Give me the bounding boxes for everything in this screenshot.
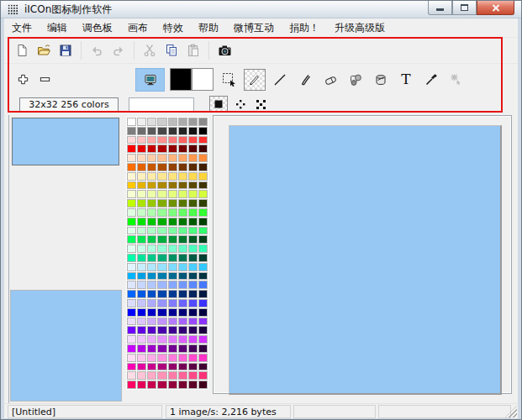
palette-swatch[interactable] [188,199,198,207]
palette-swatch[interactable] [168,235,177,244]
palette-swatch[interactable] [147,208,156,217]
shapes-tool[interactable] [345,69,366,91]
palette-swatch[interactable] [147,344,156,353]
palette-swatch[interactable] [127,308,136,317]
palette-swatch[interactable] [137,163,146,171]
palette-swatch[interactable] [127,371,136,380]
open-button[interactable] [33,39,55,61]
palette-swatch[interactable] [147,235,156,244]
palette-swatch[interactable] [137,244,146,253]
zoom-out-button[interactable] [38,69,51,91]
palette-swatch[interactable] [147,136,156,144]
minimize-button[interactable] [428,1,452,15]
palette-swatch[interactable] [168,354,177,362]
palette-swatch[interactable] [188,318,198,326]
palette-swatch[interactable] [127,235,136,244]
palette-swatch[interactable] [147,326,156,334]
palette-swatch[interactable] [178,308,187,317]
palette-swatch[interactable] [178,290,187,298]
palette-swatch[interactable] [127,244,136,253]
palette-swatch[interactable] [147,172,156,181]
palette-swatch[interactable] [168,244,177,253]
palette-swatch[interactable] [137,235,146,244]
palette-swatch[interactable] [178,163,187,171]
palette-swatch[interactable] [137,144,146,153]
palette-swatch[interactable] [178,144,187,153]
palette-swatch[interactable] [147,163,156,171]
palette-swatch[interactable] [178,208,187,217]
menu-canvas[interactable]: 画布 [120,19,156,37]
pencil-tool[interactable] [244,69,266,91]
palette-swatch[interactable] [188,136,198,144]
palette-swatch[interactable] [178,354,187,362]
palette-swatch[interactable] [157,363,166,371]
palette-swatch[interactable] [198,118,208,126]
menu-file[interactable]: 文件 [4,19,40,37]
menu-edit[interactable]: 编辑 [40,19,75,37]
palette-swatch[interactable] [178,299,187,307]
palette-swatch[interactable] [127,326,136,334]
palette-swatch[interactable] [168,227,177,235]
new-button[interactable] [11,39,33,61]
palette-swatch[interactable] [188,254,198,262]
palette-swatch[interactable] [178,181,187,190]
palette-swatch[interactable] [127,381,136,389]
drawing-canvas[interactable] [229,125,502,395]
menu-palette[interactable]: 调色板 [75,19,120,37]
palette-swatch[interactable] [137,354,146,362]
paste-button[interactable] [182,39,204,61]
palette-swatch[interactable] [137,344,146,353]
palette-swatch[interactable] [137,181,146,190]
palette-swatch[interactable] [127,272,136,281]
palette-swatch[interactable] [157,254,166,262]
palette-swatch[interactable] [188,127,198,135]
palette-swatch[interactable] [147,190,156,198]
palette-swatch[interactable] [168,172,177,181]
palette-swatch[interactable] [198,208,208,217]
palette-swatch[interactable] [157,218,166,226]
palette-swatch[interactable] [147,263,156,271]
palette-swatch[interactable] [147,154,156,162]
palette-swatch[interactable] [127,254,136,262]
palette-swatch[interactable] [147,254,156,262]
palette-swatch[interactable] [168,144,177,153]
palette-swatch[interactable] [198,181,208,190]
palette-swatch[interactable] [168,290,177,298]
screenshot-button[interactable] [214,39,235,61]
palette-swatch[interactable] [178,363,187,371]
palette-swatch[interactable] [157,318,166,326]
palette-swatch[interactable] [127,144,136,153]
palette-swatch[interactable] [178,118,187,126]
palette-swatch[interactable] [137,127,146,135]
palette-swatch[interactable] [147,363,156,371]
palette-swatch[interactable] [178,254,187,262]
palette-swatch[interactable] [198,235,208,244]
palette-swatch[interactable] [188,326,198,334]
palette-swatch[interactable] [198,227,208,235]
palette-swatch[interactable] [137,218,146,226]
menu-donate[interactable]: 捐助！ [282,19,327,37]
palette-swatch[interactable] [137,272,146,281]
foreground-color-swatch[interactable] [170,68,192,91]
palette-swatch[interactable] [168,190,177,198]
palette-swatch[interactable] [188,335,198,344]
palette-swatch[interactable] [188,172,198,181]
palette-swatch[interactable] [127,299,136,307]
palette-swatch[interactable] [198,199,208,207]
palette-swatch[interactable] [137,190,146,198]
palette-swatch[interactable] [198,144,208,153]
palette-swatch[interactable] [178,127,187,135]
palette-swatch[interactable] [157,227,166,235]
palette-swatch[interactable] [188,154,198,162]
palette-swatch[interactable] [178,335,187,344]
palette-swatch[interactable] [168,118,177,126]
palette-swatch[interactable] [168,326,177,334]
palette-swatch[interactable] [198,354,208,362]
palette-swatch[interactable] [127,281,136,289]
palette-swatch[interactable] [127,190,136,198]
palette-swatch[interactable] [178,272,187,281]
palette-swatch[interactable] [137,326,146,334]
palette-swatch[interactable] [198,290,208,298]
palette-swatch[interactable] [178,381,187,389]
palette-swatch[interactable] [157,371,166,380]
